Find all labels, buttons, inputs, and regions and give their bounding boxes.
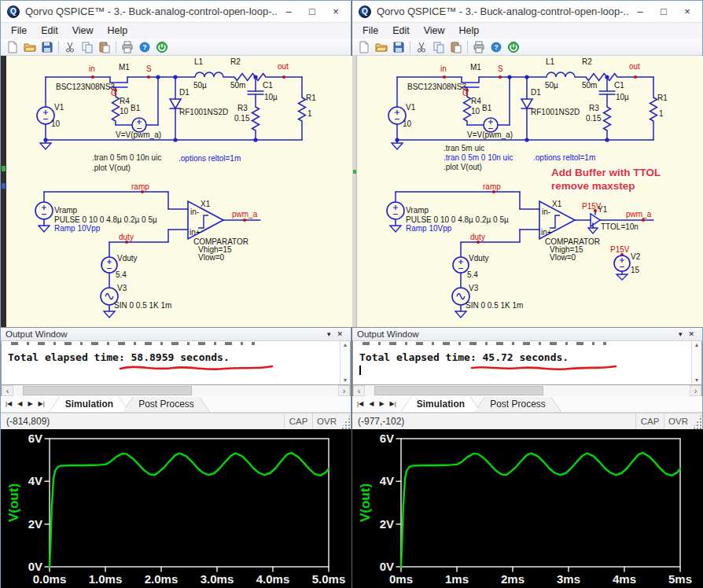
cut-button[interactable] xyxy=(61,39,79,55)
svg-text:1ms: 1ms xyxy=(445,572,469,586)
svg-text:L1: L1 xyxy=(194,57,204,66)
svg-text:Vduty: Vduty xyxy=(469,254,489,263)
close-panel-icon[interactable]: ✕ xyxy=(333,330,346,338)
tab-post-process[interactable]: Post Process xyxy=(123,397,210,412)
resize-grip[interactable] xyxy=(340,413,351,429)
minimize-button[interactable]: – xyxy=(628,2,652,22)
vertical-scrollbar[interactable]: ▴▾ xyxy=(691,341,701,384)
copy-button[interactable] xyxy=(79,39,96,55)
scroll-right-icon: › xyxy=(338,385,350,396)
last-tab-icon[interactable]: ▶| xyxy=(390,400,396,407)
first-tab-icon[interactable]: |◀ xyxy=(6,400,12,407)
close-panel-icon[interactable]: ✕ xyxy=(685,330,697,338)
menu-view[interactable]: View xyxy=(417,25,452,36)
svg-text:V1: V1 xyxy=(406,103,416,112)
close-button[interactable]: × xyxy=(675,2,699,22)
svg-text:R4: R4 xyxy=(120,97,130,105)
resize-grip[interactable] xyxy=(692,413,702,429)
scroll-left-icon: ‹ xyxy=(353,385,365,396)
output-console[interactable]: Total elapsed time: 58.8959 seconds. ▴▾ xyxy=(1,341,351,385)
paste-button[interactable] xyxy=(96,39,113,55)
paste-button[interactable] xyxy=(447,39,465,55)
schematic-canvas[interactable]: inM1SBSC123N08NS3V110GR410B1V=V(pwm_a)D1… xyxy=(1,56,352,327)
open-file-button[interactable] xyxy=(21,39,39,55)
caps-lock-indicator: CAP xyxy=(284,413,312,429)
svg-text:M1: M1 xyxy=(119,63,130,72)
horizontal-scrollbar[interactable]: ‹ › xyxy=(352,385,702,396)
svg-text:5.4: 5.4 xyxy=(467,270,478,279)
svg-text:S: S xyxy=(498,64,503,73)
save-button[interactable] xyxy=(390,39,407,55)
scrollbar-thumb[interactable] xyxy=(374,386,543,395)
copy-icon xyxy=(81,41,94,53)
vertical-scrollbar[interactable]: ▴▾ xyxy=(340,341,350,384)
run-button[interactable] xyxy=(153,39,171,55)
collapse-panel-icon[interactable]: ▾ xyxy=(324,330,334,338)
menu-file[interactable]: File xyxy=(4,25,34,36)
help-button[interactable]: ? xyxy=(136,39,153,55)
cut-button[interactable] xyxy=(413,39,430,55)
minimize-button[interactable]: – xyxy=(277,2,300,22)
scroll-down-icon: ▾ xyxy=(695,377,698,384)
horizontal-scrollbar[interactable]: ‹ › xyxy=(1,385,351,396)
help-icon: ? xyxy=(490,41,502,53)
scissors-icon xyxy=(415,41,428,53)
scrollbar-thumb[interactable] xyxy=(23,386,192,395)
print-button[interactable] xyxy=(470,39,488,55)
red-underline-annotation xyxy=(469,364,619,372)
run-button[interactable] xyxy=(505,39,522,55)
titlebar[interactable]: Q Qorvo QSPICE™ - 3.- Buck-analog-contro… xyxy=(1,1,351,23)
svg-text:R1: R1 xyxy=(657,94,668,102)
svg-text:pwm_a: pwm_a xyxy=(232,210,258,219)
svg-text:D1: D1 xyxy=(531,88,541,97)
svg-text:.tran 0 5m 0 10n uic: .tran 0 5m 0 10n uic xyxy=(444,153,513,162)
scroll-left-icon: ‹ xyxy=(2,385,13,396)
open-file-button[interactable] xyxy=(373,39,390,55)
close-button[interactable]: × xyxy=(324,2,348,22)
svg-text:V2: V2 xyxy=(631,252,641,261)
new-file-button[interactable] xyxy=(355,39,373,55)
last-tab-icon[interactable]: ▶| xyxy=(39,400,45,407)
tab-simulation[interactable]: Simulation xyxy=(401,397,480,412)
svg-text:2ms: 2ms xyxy=(501,572,524,586)
svg-text:5ms: 5ms xyxy=(668,572,692,586)
output-console[interactable]: Total elapsed time: 45.72 seconds. ▴▾ xyxy=(352,341,702,385)
svg-text:Vramp: Vramp xyxy=(406,206,429,215)
waveform-plot[interactable]: 0V2V4V6V0.0ms1.0ms2.0ms3.0ms4.0ms5.0msV(… xyxy=(1,429,352,588)
menu-file[interactable]: File xyxy=(355,25,385,36)
tab-post-process[interactable]: Post Process xyxy=(474,397,561,412)
new-file-button[interactable] xyxy=(4,39,21,55)
schematic-canvas[interactable]: inM1SBSC123N08NS3V110GR410B1V=V(pwm_a)D1… xyxy=(352,56,703,327)
prev-tab-icon[interactable]: ◀ xyxy=(17,400,22,407)
scroll-right-icon: › xyxy=(690,385,701,396)
print-button[interactable] xyxy=(119,39,136,55)
svg-text:Vramp: Vramp xyxy=(54,206,78,215)
menu-help[interactable]: Help xyxy=(452,25,487,36)
maximize-button[interactable]: □ xyxy=(300,2,324,22)
waveform-plot[interactable]: 0V2V4V6V0ms1ms2ms3ms4ms5msV(out) xyxy=(352,429,703,588)
maximize-button[interactable]: □ xyxy=(652,2,675,22)
prev-tab-icon[interactable]: ◀ xyxy=(369,400,374,407)
run-power-icon xyxy=(507,41,520,53)
first-tab-icon[interactable]: |◀ xyxy=(357,400,363,407)
help-button[interactable]: ? xyxy=(488,39,505,55)
next-tab-icon[interactable]: ▶ xyxy=(28,400,32,407)
collapse-panel-icon[interactable]: ▾ xyxy=(675,330,686,338)
copy-button[interactable] xyxy=(430,39,447,55)
svg-text:.tran 5m uic: .tran 5m uic xyxy=(444,144,484,153)
next-tab-icon[interactable]: ▶ xyxy=(379,400,384,407)
tab-simulation[interactable]: Simulation xyxy=(50,397,129,412)
menu-edit[interactable]: Edit xyxy=(34,25,65,36)
svg-text:10µ: 10µ xyxy=(264,93,278,101)
output-window-header[interactable]: Output Window ▾ ✕ xyxy=(352,327,702,341)
menu-help[interactable]: Help xyxy=(101,25,135,36)
save-button[interactable] xyxy=(39,39,56,55)
svg-text:X1: X1 xyxy=(201,200,211,208)
output-window-header[interactable]: Output Window ▾ ✕ xyxy=(1,327,351,341)
titlebar[interactable]: Q Qorvo QSPICE™ - 3.- Buck-analog-contro… xyxy=(352,1,702,23)
menu-view[interactable]: View xyxy=(65,25,101,36)
menu-edit[interactable]: Edit xyxy=(385,25,417,36)
run-power-icon xyxy=(156,41,168,53)
svg-text:BSC123N08NS3: BSC123N08NS3 xyxy=(407,83,466,91)
svg-text:in+: in+ xyxy=(190,228,201,237)
